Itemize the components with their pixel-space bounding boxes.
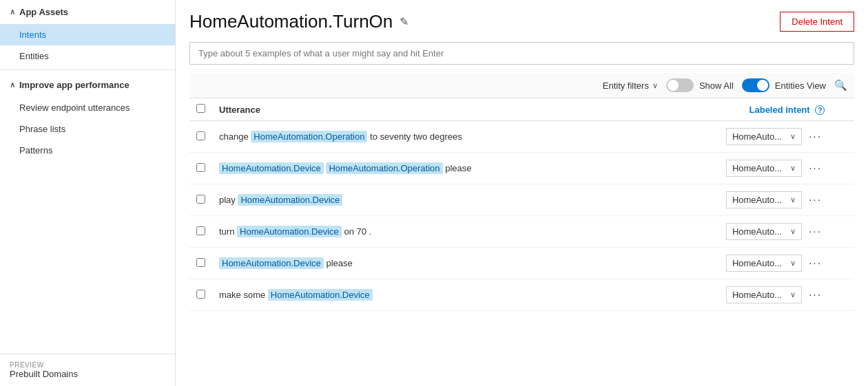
table-row: change HomeAutomation.Operation to seven…	[189, 121, 854, 153]
dropdown-chevron-icon: ∨	[790, 132, 796, 141]
dropdown-chevron-icon: ∨	[790, 195, 796, 204]
entities-view-toggle[interactable]	[742, 78, 769, 92]
dropdown-chevron-icon: ∨	[790, 290, 796, 299]
sidebar-item-patterns[interactable]: Patterns	[0, 140, 175, 161]
entity-tag[interactable]: HomeAutomation.Device	[268, 289, 373, 301]
sidebar-divider	[0, 69, 175, 70]
entity-tag[interactable]: HomeAutomation.Operation	[251, 131, 367, 142]
more-options-button[interactable]: ···	[806, 162, 825, 175]
utterance-cell: HomeAutomation.Device please	[212, 248, 648, 279]
edit-icon[interactable]: ✎	[400, 15, 409, 28]
sidebar-section-app-assets[interactable]: ∧ App Assets	[0, 0, 175, 24]
entities-view-label: Entities View	[775, 81, 826, 91]
table-row: play HomeAutomation.DeviceHomeAuto...∨··…	[189, 184, 854, 216]
intent-value: HomeAuto...	[732, 226, 782, 237]
utterance-cell: turn HomeAutomation.Device on 70 .	[212, 216, 648, 248]
row-actions: HomeAuto...∨···	[654, 128, 825, 145]
sidebar-item-review-endpoint[interactable]: Review endpoint utterances	[0, 97, 175, 118]
row-actions: HomeAuto...∨···	[654, 286, 825, 303]
preview-label: PREVIEW	[10, 361, 165, 369]
row-checkbox[interactable]	[196, 131, 205, 140]
dropdown-chevron-icon: ∨	[790, 227, 796, 236]
intent-dropdown[interactable]: HomeAuto...∨	[726, 160, 802, 177]
utterances-table: Utterance Labeled intent ? change HomeAu…	[189, 98, 854, 311]
intent-title: HomeAutomation.TurnOn	[189, 11, 393, 32]
entity-filters-button[interactable]: Entity filters ∨	[603, 81, 658, 91]
row-checkbox-cell	[189, 216, 212, 248]
more-options-button[interactable]: ···	[806, 131, 825, 143]
show-all-toggle-wrapper: Show All	[666, 78, 734, 92]
entity-tag[interactable]: HomeAutomation.Device	[237, 226, 342, 237]
utterance-search-input[interactable]	[189, 42, 854, 65]
row-actions: HomeAuto...∨···	[654, 223, 825, 240]
main-content: HomeAutomation.TurnOn ✎ Delete Intent En…	[176, 0, 868, 386]
more-options-button[interactable]: ···	[806, 194, 825, 206]
intent-value: HomeAuto...	[732, 290, 782, 300]
show-all-label: Show All	[699, 81, 734, 91]
row-checkbox-cell	[189, 184, 212, 216]
intent-dropdown[interactable]: HomeAuto...∨	[726, 128, 802, 145]
intent-value: HomeAuto...	[732, 258, 782, 268]
intent-value: HomeAuto...	[732, 195, 782, 205]
header-row: HomeAutomation.TurnOn ✎ Delete Intent	[189, 11, 854, 32]
more-options-button[interactable]: ···	[806, 257, 825, 270]
row-checkbox[interactable]	[196, 163, 205, 172]
row-checkbox[interactable]	[196, 290, 205, 299]
utterance-column-header: Utterance	[212, 98, 648, 121]
sidebar: ∧ App Assets Intents Entities ∧ Improve …	[0, 0, 176, 386]
sidebar-section-improve[interactable]: ∧ Improve app performance	[0, 73, 175, 97]
row-checkbox-cell	[189, 153, 212, 184]
table-row: turn HomeAutomation.Device on 70 .HomeAu…	[189, 216, 854, 248]
table-row: HomeAutomation.Device HomeAutomation.Ope…	[189, 153, 854, 184]
utterances-table-container: Utterance Labeled intent ? change HomeAu…	[189, 98, 854, 375]
intent-dropdown[interactable]: HomeAuto...∨	[726, 191, 802, 208]
row-checkbox[interactable]	[196, 195, 205, 204]
prebuilt-domains-label[interactable]: Prebuilt Domains	[10, 369, 165, 379]
row-checkbox-cell	[189, 248, 212, 279]
intent-dropdown[interactable]: HomeAuto...∨	[726, 286, 802, 303]
table-row: HomeAutomation.Device pleaseHomeAuto...∨…	[189, 248, 854, 279]
row-actions: HomeAuto...∨···	[654, 160, 825, 177]
row-checkbox-cell	[189, 279, 212, 311]
utterance-cell: HomeAutomation.Device HomeAutomation.Ope…	[212, 153, 648, 184]
intent-cell: HomeAuto...∨···	[648, 184, 831, 216]
entity-tag[interactable]: HomeAutomation.Device	[238, 194, 342, 206]
page-title: HomeAutomation.TurnOn ✎	[189, 11, 409, 32]
show-all-toggle[interactable]	[666, 78, 694, 92]
more-options-button[interactable]: ···	[806, 289, 825, 301]
sidebar-section-label: App Assets	[19, 7, 68, 17]
intent-cell: HomeAuto...∨···	[648, 153, 831, 184]
utterance-cell: make some HomeAutomation.Device	[212, 279, 648, 311]
search-icon[interactable]: 🔍	[834, 79, 847, 92]
intent-cell: HomeAuto...∨···	[648, 279, 831, 311]
sidebar-item-entities[interactable]: Entities	[0, 45, 175, 67]
row-actions: HomeAuto...∨···	[654, 191, 825, 208]
intent-cell: HomeAuto...∨···	[648, 248, 831, 279]
dropdown-chevron-icon: ∨	[790, 164, 796, 173]
sidebar-item-phrase-lists[interactable]: Phrase lists	[0, 118, 175, 140]
select-all-header	[189, 98, 212, 121]
labeled-intent-column-header: Labeled intent ?	[648, 98, 831, 121]
table-row: make some HomeAutomation.DeviceHomeAuto.…	[189, 279, 854, 311]
sidebar-improve-label: Improve app performance	[19, 80, 130, 90]
intent-dropdown[interactable]: HomeAuto...∨	[726, 255, 802, 272]
intent-cell: HomeAuto...∨···	[648, 216, 831, 248]
entity-tag[interactable]: HomeAutomation.Device	[219, 162, 324, 174]
actions-column-header	[831, 98, 854, 121]
row-checkbox[interactable]	[196, 258, 205, 267]
entities-view-toggle-wrapper: Entities View	[742, 78, 826, 92]
row-checkbox-cell	[189, 121, 212, 153]
sidebar-item-intents[interactable]: Intents	[0, 24, 175, 45]
row-checkbox[interactable]	[196, 226, 205, 235]
chevron-up-icon-improve: ∧	[10, 81, 15, 89]
help-icon[interactable]: ?	[815, 105, 825, 115]
chevron-up-icon: ∧	[10, 8, 15, 17]
delete-intent-button[interactable]: Delete Intent	[780, 12, 854, 32]
utterance-cell: play HomeAutomation.Device	[212, 184, 648, 216]
more-options-button[interactable]: ···	[806, 226, 825, 238]
intent-cell: HomeAuto...∨···	[648, 121, 831, 153]
entity-tag[interactable]: HomeAutomation.Device	[219, 257, 324, 269]
entity-tag[interactable]: HomeAutomation.Operation	[326, 162, 442, 174]
intent-dropdown[interactable]: HomeAuto...∨	[726, 223, 802, 240]
select-all-checkbox[interactable]	[196, 104, 205, 113]
